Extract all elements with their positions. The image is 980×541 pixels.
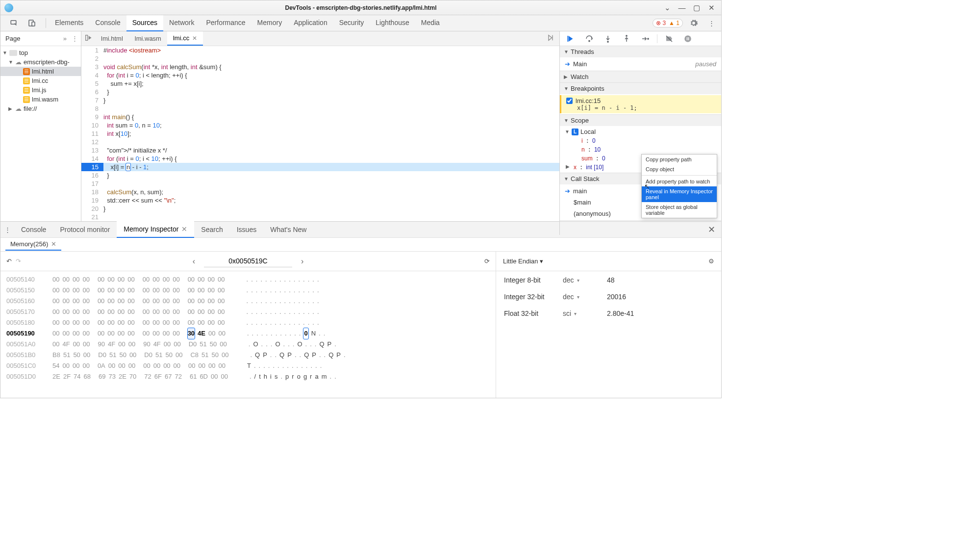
close-icon[interactable]: ✕ (51, 240, 56, 248)
close-icon[interactable]: ✕ (192, 35, 197, 42)
value-type-label: Integer 32-bit (504, 293, 563, 301)
tree-origin[interactable]: ▼☁emscripten-dbg- (0, 57, 81, 67)
code-editor[interactable]: 1#include <iostream>23void calcSum(int *… (81, 46, 559, 221)
context-menu-item[interactable]: Reveal in Memory Inspector panel (642, 186, 717, 202)
svg-rect-10 (687, 37, 688, 40)
tab-network[interactable]: Network (163, 15, 200, 31)
window-minimize-icon[interactable]: — (678, 3, 686, 12)
drawer-tab[interactable]: Console (14, 222, 53, 237)
source-tab[interactable]: lmi.cc✕ (167, 31, 203, 46)
value-type-label: Integer 8-bit (504, 276, 563, 284)
close-icon[interactable]: ✕ (181, 225, 187, 233)
svg-rect-11 (688, 37, 689, 40)
deactivate-breakpoints-icon[interactable] (662, 32, 676, 46)
svg-point-6 (607, 41, 608, 42)
address-next-icon[interactable]: › (297, 257, 307, 266)
hex-view[interactable]: 0050514000000000000000000000000000000000… (0, 271, 496, 398)
step-into-icon[interactable] (601, 32, 615, 46)
warning-count-icon: ▲ 1 (669, 20, 679, 26)
scope-variable[interactable]: i: 0 (560, 136, 721, 145)
context-menu-item[interactable]: Copy object (642, 164, 717, 174)
tree-file-scheme[interactable]: ▶☁file:// (0, 104, 81, 113)
address-input[interactable] (204, 255, 292, 267)
breakpoint-checkbox[interactable] (566, 98, 573, 104)
navigator-menu-icon[interactable]: ⋮ (72, 35, 78, 42)
memory-settings-icon[interactable]: ⚙ (708, 258, 714, 265)
tab-elements[interactable]: Elements (49, 15, 89, 31)
value-display: 20016 (607, 293, 713, 301)
drawer-tab[interactable]: What's New (263, 222, 313, 237)
tab-performance[interactable]: Performance (200, 15, 251, 31)
value-format-select[interactable]: dec (563, 293, 607, 301)
threads-section-header[interactable]: ▼Threads (560, 46, 721, 57)
page-dropdown[interactable]: Page (5, 35, 20, 42)
thread-state: paused (695, 60, 716, 68)
endianness-select[interactable]: Little Endian ▾ (503, 258, 543, 265)
tree-file[interactable]: lmi.cc (0, 76, 81, 85)
thread-row[interactable]: ➔ Main paused (560, 58, 721, 70)
step-out-icon[interactable] (620, 32, 633, 46)
value-format-select[interactable]: dec (563, 276, 607, 284)
issues-badge[interactable]: ⊗ 3 ▲ 1 (653, 19, 683, 27)
window-maximize-icon[interactable]: ▢ (693, 3, 701, 12)
drawer-tab[interactable]: Protocol monitor (53, 222, 117, 237)
drawer-tab[interactable]: Issues (230, 222, 263, 237)
watch-section-header[interactable]: ▶Watch (560, 71, 721, 82)
kebab-menu-icon[interactable]: ⋮ (704, 16, 718, 30)
redo-icon[interactable]: ↷ (16, 258, 21, 265)
window-collapse-icon[interactable]: ⌄ (663, 3, 671, 12)
tree-top[interactable]: ▼top (0, 48, 81, 57)
svg-point-5 (589, 40, 590, 41)
step-over-icon[interactable] (582, 32, 596, 46)
device-toggle-icon[interactable] (25, 16, 39, 30)
address-prev-icon[interactable]: ‹ (189, 257, 199, 266)
svg-point-7 (626, 35, 627, 36)
breakpoints-section-header[interactable]: ▼Breakpoints (560, 83, 721, 94)
drawer-menu-icon[interactable]: ⋮ (0, 223, 14, 236)
refresh-icon[interactable]: ⟳ (484, 258, 490, 265)
breakpoint-location: lmi.cc:15 (576, 97, 601, 104)
tree-file[interactable]: lmi.wasm (0, 95, 81, 104)
svg-rect-4 (567, 36, 568, 42)
value-format-select[interactable]: sci (563, 309, 607, 317)
memory-address-bar: ↶ ↷ ‹ › ⟳ (0, 252, 496, 271)
tab-memory[interactable]: Memory (251, 15, 288, 31)
tab-security[interactable]: Security (333, 15, 370, 31)
breakpoint-item[interactable]: lmi.cc:15 x[i] = n - i - 1; (560, 95, 721, 113)
context-menu-item[interactable]: Store object as global variable (642, 202, 717, 218)
source-tab[interactable]: lmi.html (95, 31, 129, 46)
run-snippet-icon[interactable] (542, 34, 559, 43)
memory-tab[interactable]: Memory(256)✕ (5, 238, 61, 251)
step-icon[interactable] (638, 32, 652, 46)
history-dropdown-icon[interactable] (81, 34, 95, 43)
tree-file[interactable]: lmi.js (0, 85, 81, 95)
scope-local[interactable]: ▼LLocal (560, 127, 721, 136)
mouse-cursor-icon: ↖ (644, 182, 650, 190)
resume-button[interactable] (564, 32, 578, 46)
settings-gear-icon[interactable] (687, 16, 701, 30)
source-tab[interactable]: lmi.wasm (129, 31, 167, 46)
tab-lighthouse[interactable]: Lighthouse (370, 15, 415, 31)
tab-sources[interactable]: Sources (126, 15, 163, 31)
svg-point-8 (648, 38, 649, 39)
context-menu-item[interactable]: Add property path to watch (642, 177, 717, 186)
scope-section-header[interactable]: ▼Scope (560, 115, 721, 126)
thread-name: Main (573, 60, 587, 68)
window-close-icon[interactable]: ✕ (707, 3, 715, 12)
context-menu: Copy property pathCopy objectAdd propert… (641, 154, 717, 218)
tab-media[interactable]: Media (415, 15, 446, 31)
undo-icon[interactable]: ↶ (6, 258, 12, 265)
drawer-tab[interactable]: Search (194, 222, 229, 237)
more-tabs-icon[interactable]: » (63, 35, 67, 42)
tab-application[interactable]: Application (288, 15, 333, 31)
pause-on-exceptions-icon[interactable] (681, 32, 695, 46)
tree-file[interactable]: lmi.html (0, 67, 81, 76)
debugger-controls (560, 31, 721, 46)
drawer-tab[interactable]: Memory Inspector✕ (117, 221, 194, 238)
inspect-icon[interactable] (7, 16, 21, 30)
tab-console[interactable]: Console (89, 15, 126, 31)
scope-variable[interactable]: n: 10 (560, 145, 721, 154)
context-menu-item[interactable]: Copy property path (642, 155, 717, 164)
current-thread-arrow-icon: ➔ (565, 60, 570, 68)
svg-rect-3 (86, 35, 88, 41)
